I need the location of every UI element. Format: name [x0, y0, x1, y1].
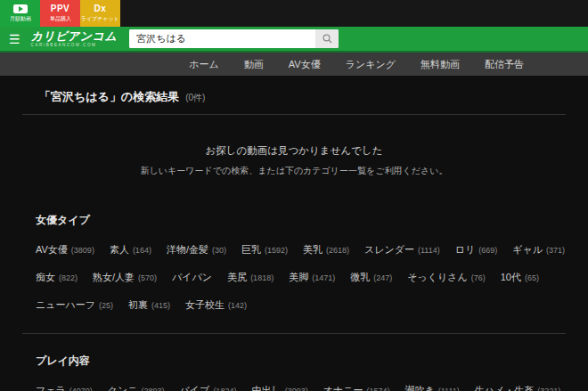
category-sections: 女優タイプAV女優(3809)素人(164)洋物/金髪(30)巨乳(1592)美… [0, 213, 588, 391]
category-tag[interactable]: 潮吹き(1111) [404, 381, 459, 391]
category-tag[interactable]: 巨乳(1592) [241, 240, 288, 257]
category-tag-label: 洋物/金髪 [167, 244, 208, 255]
category-tag-label: 微乳 [350, 272, 370, 282]
result-count-badge: (0件) [185, 92, 205, 104]
logo-subtitle: CARIBBEANCOM.COM [31, 43, 118, 47]
category-tag[interactable]: 初裏(415) [128, 296, 170, 312]
category-tag-label: 熟女/人妻 [93, 272, 135, 282]
site-header: ☰ カリビアンコム CARIBBEANCOM.COM [0, 27, 588, 53]
section-heading: プレイ内容 [0, 354, 588, 369]
empty-hint: 新しいキーワードでの検索、または下のカテゴリー一覧をご利用ください。 [0, 165, 588, 177]
category-tag[interactable]: 熟女/人妻(570) [93, 268, 157, 284]
top-tab-strip: 月額動画 PPV 単品購入 Dx ライブチャット [0, 0, 588, 27]
nav-link-3[interactable]: ランキング [346, 58, 396, 71]
category-tag-count: (65) [525, 273, 539, 282]
category-tag[interactable]: クンニ(2893) [108, 381, 165, 391]
search-box [129, 29, 339, 48]
nav-link-1[interactable]: 動画 [244, 58, 264, 71]
category-tag-label: 美尻 [227, 272, 247, 282]
tab-livechat-label: ライブチャット [81, 17, 119, 22]
tab-ppv-label: 単品購入 [50, 17, 71, 22]
category-tag[interactable]: 女子校生(142) [185, 296, 247, 312]
category-tag[interactable]: ニューハーフ(25) [36, 296, 113, 312]
category-tag[interactable]: 素人(164) [110, 240, 151, 257]
category-section: プレイ内容フェラ(4070)クンニ(2893)バイブ(1824)中出し(3093… [0, 354, 588, 391]
category-tag[interactable]: 美尻(1818) [227, 268, 274, 284]
category-tag[interactable]: 10代(65) [501, 268, 539, 284]
category-tag-count: (76) [471, 273, 486, 282]
tab-livechat[interactable]: Dx ライブチャット [80, 0, 120, 27]
tab-monthly-video[interactable]: 月額動画 [0, 0, 40, 27]
search-button[interactable] [315, 29, 339, 48]
category-tag[interactable]: 中出し(3093) [251, 381, 307, 391]
tag-list: フェラ(4070)クンニ(2893)バイブ(1824)中出し(3093)オナニー… [0, 369, 588, 391]
category-section: 女優タイプAV女優(3809)素人(164)洋物/金髪(30)巨乳(1592)美… [0, 213, 588, 312]
title-divider [22, 114, 566, 115]
category-tag-label: 巨乳 [241, 244, 261, 255]
category-tag[interactable]: ロリ(669) [455, 240, 498, 257]
category-tag-count: (3809) [71, 246, 94, 255]
category-tag-label: そっくりさん [407, 272, 468, 282]
category-tag-label: ロリ [455, 244, 476, 255]
search-input[interactable] [129, 29, 315, 48]
category-tag[interactable]: スレンダー(1114) [364, 240, 440, 257]
category-tag[interactable]: 洋物/金髪(30) [167, 240, 226, 257]
category-tag[interactable]: パイパン [172, 268, 212, 284]
category-tag-label: ニューハーフ [36, 299, 95, 310]
tab-ppv[interactable]: PPV 単品購入 [40, 0, 80, 27]
empty-message: お探しの動画は見つかりませんでした [0, 144, 588, 158]
nav-link-4[interactable]: 無料動画 [421, 58, 460, 71]
category-tag-label: オナニー [323, 385, 363, 391]
search-results-page: 「宮沢ちはる」の検索結果 (0件) お探しの動画は見つかりませんでした 新しいキ… [0, 76, 588, 391]
category-tag-count: (142) [228, 301, 247, 310]
category-tag-count: (1574) [366, 387, 389, 391]
category-tag-count: (371) [546, 246, 565, 255]
page-title: 「宮沢ちはる」の検索結果 [39, 89, 179, 105]
category-tag[interactable]: 美脚(1471) [289, 268, 335, 284]
category-tag-count: (2893) [142, 387, 165, 391]
tab-monthly-label: 月額動画 [10, 17, 31, 22]
section-heading: 女優タイプ [0, 213, 588, 228]
category-tag[interactable]: バイブ(1824) [180, 381, 237, 391]
category-tag[interactable]: AV女優(3809) [36, 240, 94, 257]
nav-link-2[interactable]: AV女優 [289, 58, 321, 71]
category-tag-count: (25) [99, 301, 113, 310]
category-tag-label: 中出し [251, 385, 281, 391]
category-tag[interactable]: 美乳(2618) [303, 240, 349, 257]
category-tag-count: (164) [133, 246, 151, 255]
category-tag[interactable]: そっくりさん(76) [407, 268, 486, 284]
category-tag[interactable]: 生ハメ・生姦(3221) [475, 381, 561, 391]
category-tag[interactable]: オナニー(1574) [323, 381, 390, 391]
empty-result-block: お探しの動画は見つかりませんでした 新しいキーワードでの検索、または下のカテゴリ… [0, 144, 588, 177]
category-tag-label: バイブ [180, 385, 210, 391]
tag-list: AV女優(3809)素人(164)洋物/金髪(30)巨乳(1592)美乳(261… [0, 228, 588, 312]
nav-link-5[interactable]: 配信予告 [485, 58, 524, 71]
category-tag-count: (2618) [326, 246, 349, 255]
category-tag[interactable]: 微乳(247) [350, 268, 392, 284]
category-tag[interactable]: フェラ(4070) [36, 381, 93, 391]
category-tag-label: 女子校生 [185, 299, 225, 310]
category-tag-label: 10代 [501, 272, 521, 282]
category-tag-label: 初裏 [128, 299, 148, 310]
category-tag-label: 美脚 [289, 272, 308, 282]
category-tag-label: パイパン [172, 272, 212, 282]
site-logo[interactable]: カリビアンコム CARIBBEANCOM.COM [31, 30, 118, 47]
category-tag-label: 生ハメ・生姦 [475, 385, 535, 391]
nav-link-0[interactable]: ホーム [189, 58, 219, 71]
category-tag-count: (822) [59, 273, 78, 282]
category-tag[interactable]: ギャル(371) [512, 240, 565, 257]
category-tag-label: スレンダー [364, 244, 414, 255]
category-tag-count: (1471) [312, 273, 335, 282]
category-tag-count: (1592) [265, 246, 288, 255]
result-title-row: 「宮沢ちはる」の検索結果 (0件) [0, 89, 588, 105]
category-tag-count: (1824) [213, 387, 236, 391]
category-tag[interactable]: 痴女(822) [36, 268, 78, 284]
category-tag-count: (30) [212, 246, 226, 255]
category-tag-count: (1114) [418, 246, 440, 255]
category-tag-count: (3093) [285, 387, 308, 391]
category-tag-label: ギャル [512, 244, 543, 255]
hamburger-menu-icon[interactable]: ☰ [9, 33, 20, 45]
category-tag-label: クンニ [108, 385, 138, 391]
search-icon [323, 34, 332, 44]
category-tag-count: (1818) [250, 273, 274, 282]
